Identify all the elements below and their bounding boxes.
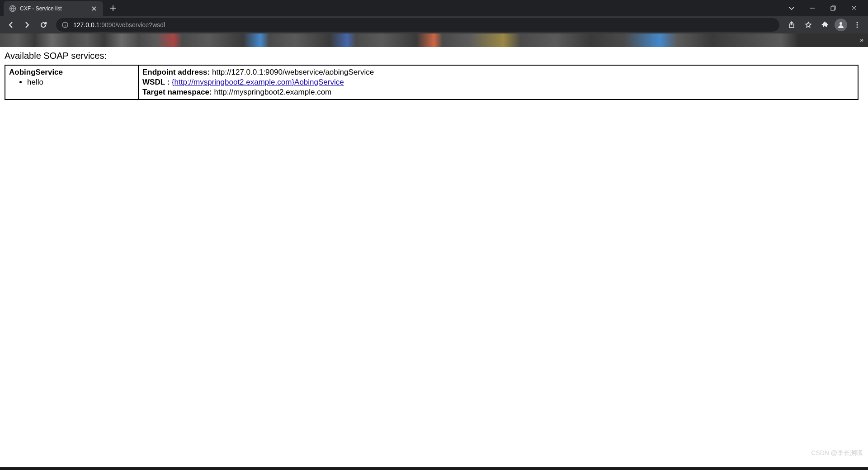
service-methods-list: hello [9,77,134,87]
avatar-icon [835,19,847,31]
site-info-icon[interactable] [61,21,69,28]
service-table: AobingService hello Endpoint address: ht… [5,65,859,100]
tab-title: CXF - Service list [20,5,87,12]
window-controls [781,0,864,16]
url-text: 127.0.0.1:9090/webservice?wsdl [73,21,774,28]
tab-search-button[interactable] [781,0,802,16]
forward-button[interactable] [20,18,34,32]
service-info-cell: AobingService hello [5,65,138,100]
svg-point-4 [840,22,842,25]
svg-point-5 [857,22,858,24]
bookmarks-overflow-icon[interactable]: » [860,36,863,43]
svg-rect-1 [831,7,835,10]
service-method-item: hello [27,77,134,87]
url-path: :9090/webservice?wsdl [99,21,165,28]
new-tab-button[interactable] [107,2,119,14]
minimize-button[interactable] [802,0,823,16]
endpoint-row: Endpoint address: http://127.0.0.1:9090/… [142,67,854,77]
svg-point-6 [857,24,858,26]
service-details-cell: Endpoint address: http://127.0.0.1:9090/… [138,65,858,100]
service-name: AobingService [9,68,63,76]
wsdl-row: WSDL : {http://myspringboot2.example.com… [142,77,854,87]
page-content: Available SOAP services: AobingService h… [0,47,868,104]
globe-icon [9,5,16,12]
bookmark-button[interactable] [801,18,816,32]
browser-tab[interactable]: CXF - Service list [4,1,103,16]
browser-toolbar: 127.0.0.1:9090/webservice?wsdl [0,16,868,33]
profile-button[interactable] [834,18,848,32]
url-host: 127.0.0.1 [73,21,99,28]
service-row: AobingService hello Endpoint address: ht… [5,65,858,100]
page-heading: Available SOAP services: [4,51,864,61]
close-window-button[interactable] [844,0,864,16]
endpoint-label: Endpoint address: [142,68,210,76]
back-button[interactable] [4,18,18,32]
svg-point-7 [857,27,858,28]
namespace-label: Target namespace: [142,88,212,96]
reload-button[interactable] [36,18,51,32]
wsdl-link[interactable]: {http://myspringboot2.example.com}Aobing… [172,78,344,86]
address-bar[interactable]: 127.0.0.1:9090/webservice?wsdl [56,18,779,32]
tab-bar: CXF - Service list [0,0,868,16]
bookmarks-bar[interactable]: » [0,33,868,47]
wsdl-label: WSDL : [142,78,170,86]
namespace-value: http://myspringboot2.example.com [212,88,332,96]
maximize-button[interactable] [823,0,844,16]
extensions-button[interactable] [817,18,832,32]
menu-button[interactable] [850,18,864,32]
endpoint-value: http://127.0.0.1:9090/webservice/aobingS… [210,68,374,76]
share-button[interactable] [785,18,799,32]
namespace-row: Target namespace: http://myspringboot2.e… [142,87,854,97]
tab-close-button[interactable] [90,5,98,12]
